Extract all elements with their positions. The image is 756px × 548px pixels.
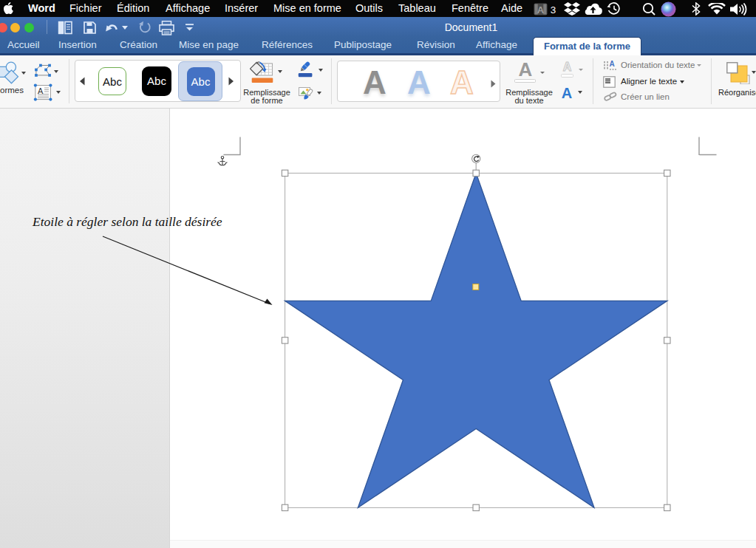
svg-text:A: A bbox=[537, 4, 545, 15]
svg-text:3: 3 bbox=[551, 4, 556, 15]
svg-text:A: A bbox=[38, 86, 44, 95]
svg-text:A: A bbox=[609, 60, 614, 68]
